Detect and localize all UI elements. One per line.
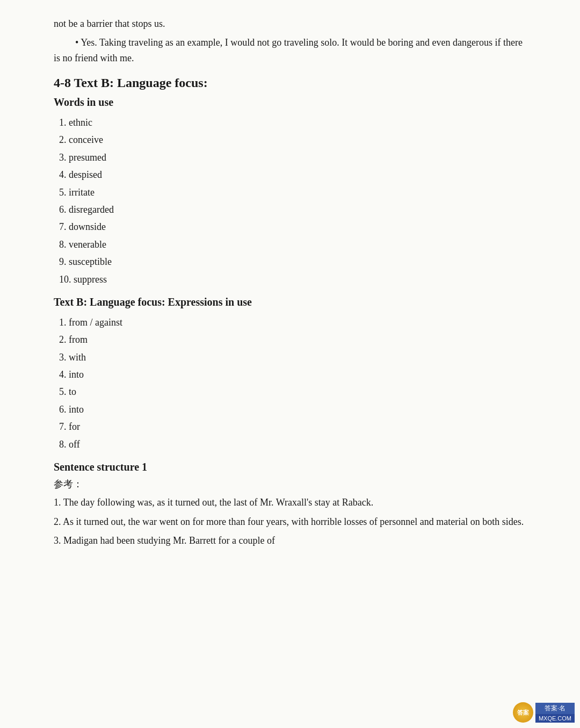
list-item: 1. from / against [54,314,526,331]
watermark-icon: 答案 [513,702,533,723]
words-in-use-list: 1. ethnic 2. conceive 3. presumed 4. des… [54,114,526,288]
list-item: 5. to [54,383,526,400]
sentence-3: 3. Madigan had been studying Mr. Barrett… [54,533,526,549]
list-item: 5. irritate [54,184,526,201]
watermark-overlay: 答案 答案·名 MXQE.COM [473,685,580,728]
sentence-structure-heading: Sentence structure 1 [54,459,526,474]
list-item: 3. presumed [54,149,526,166]
list-item: 4. into [54,366,526,383]
watermark-line2: MXQE.COM [535,714,575,723]
list-item: 3. with [54,349,526,366]
list-item: 6. into [54,401,526,418]
expressions-in-use-list: 1. from / against 2. from 3. with 4. int… [54,314,526,453]
list-item: 8. off [54,436,526,453]
list-item: 7. downside [54,218,526,235]
watermark-text: 答案·名 MXQE.COM [535,703,575,723]
intro-line1: not be a barrier that stops us. [54,16,526,32]
words-in-use-heading: Words in use [54,95,526,110]
list-item: 2. conceive [54,131,526,148]
list-item: 2. from [54,331,526,348]
expressions-in-use-heading: Text B: Language focus: Expressions in u… [54,294,526,309]
page-container: not be a barrier that stops us. • Yes. T… [0,0,580,728]
reference-label: 参考： [54,478,526,491]
list-item: 8. venerable [54,236,526,253]
list-item: 9. susceptible [54,253,526,270]
sentence-2: 2. As it turned out, the war went on for… [54,514,526,530]
watermark-line1: 答案·名 [535,703,575,714]
section-heading: 4-8 Text B: Language focus: [54,74,526,92]
list-item: 4. despised [54,166,526,183]
list-item: 10. suppress [54,271,526,288]
sentence-1: 1. The day following was, as it turned o… [54,495,526,511]
bullet-paragraph: • Yes. Taking traveling as an example, I… [54,35,526,66]
list-item: 1. ethnic [54,114,526,131]
list-item: 7. for [54,418,526,435]
list-item: 6. disregarded [54,201,526,218]
